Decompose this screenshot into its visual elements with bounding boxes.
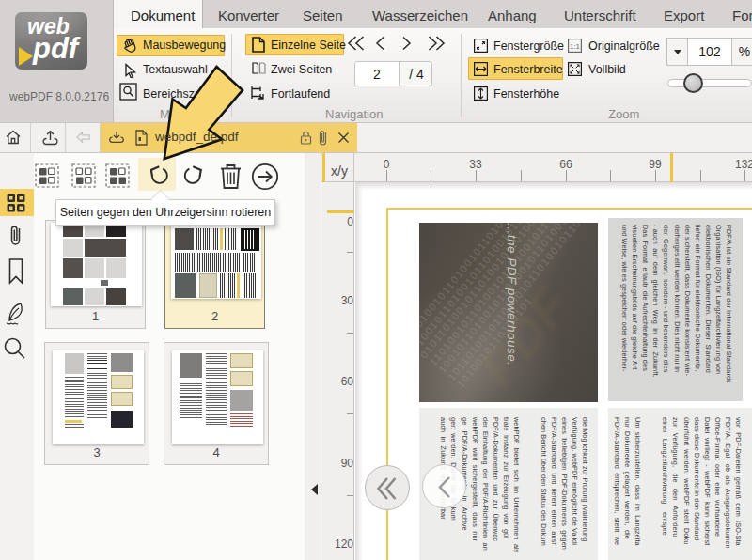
- svg-text:1:1: 1:1: [570, 42, 581, 51]
